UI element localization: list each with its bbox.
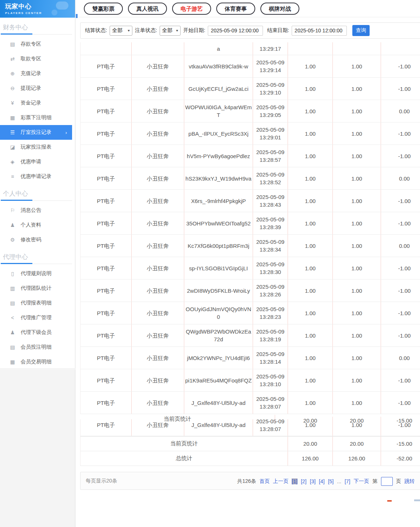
cell-game: 小丑狂奔 (132, 78, 184, 100)
cell-profit: -1.00 (381, 279, 420, 302)
end-date-input[interactable] (292, 26, 347, 36)
tab-体育赛事[interactable]: 体育赛事 (216, 3, 255, 15)
app-title: 玩家中心 (5, 2, 75, 11)
order-status-select[interactable]: 全部 ▾ (160, 26, 181, 36)
next-page-link[interactable]: 下一页 (354, 478, 369, 485)
cell-time: 2025-05-0913:28:07 (253, 392, 288, 414)
cell-bet: 1.00 (288, 257, 333, 279)
cell-hall: PT电子 (80, 369, 132, 391)
sidebar-item-announcement-bell[interactable]: ⚐消息公告 (0, 203, 75, 218)
glitch-overlay-profit: -15.00 (381, 417, 420, 424)
cell-valid: 1.00 (333, 257, 381, 279)
sidebar: 玩家中心 PLAYERS CENTER 财务中心▤存款专区⇄取款专区⊕充值记录⊖… (0, 0, 75, 369)
settle-status-select[interactable]: 全部 ▾ (110, 26, 132, 36)
time-clock: 13:29:05 (260, 111, 281, 119)
sidebar-item-promo-apply-record[interactable]: ≡优惠申请记录 (0, 169, 75, 184)
cell-game: 小丑狂奔 (132, 369, 184, 391)
sidebar-section-header: 代理中心 (3, 252, 72, 264)
time-date: 2025-05-09 (256, 148, 285, 156)
sidebar-item-promo-apply[interactable]: ◈优惠申请 (0, 154, 75, 169)
promo-apply-icon: ◈ (9, 159, 16, 165)
sidebar-item-password-gear[interactable]: ⚙修改密码 (0, 232, 75, 247)
sidebar-item-agent-report-detail[interactable]: ▤代理报表明细 (0, 296, 75, 310)
tab-棋牌对战[interactable]: 棋牌对战 (260, 3, 299, 15)
cell-game: 小丑狂奔 (132, 392, 184, 414)
cell-profit: 0.00 (381, 100, 420, 122)
sidebar-item-agent-rules-doc[interactable]: ▯代理规则说明 (0, 266, 75, 281)
sidebar-item-agent-sub-members[interactable]: ♟代理下级会员 (0, 325, 75, 340)
cell-profit: -1.00 (381, 302, 420, 324)
main-content: 雙赢彩票真人视讯电子游艺体育赛事棋牌对战 结算状态: 全部 ▾ 注单状态: 全部… (79, 0, 420, 39)
sidebar-item-member-transaction-detail[interactable]: ▦会员交易明细 (0, 355, 75, 369)
member-transaction-detail-icon: ▦ (9, 359, 16, 365)
sidebar-item-deposit-card[interactable]: ▤存款专区 (0, 37, 75, 51)
tab-电子游艺[interactable]: 电子游艺 (172, 3, 211, 15)
sidebar-item-recharge-bag[interactable]: ⊕充值记录 (0, 66, 75, 81)
cell-hall: PT电子 (80, 78, 132, 100)
tab-真人视讯[interactable]: 真人视讯 (128, 3, 167, 15)
sidebar-item-hall-bet-record[interactable]: ☰厅室投注记录› (0, 125, 72, 140)
cell-order: J_Gxlfe48Y-Ul5lUy-ad (184, 392, 253, 414)
sidebar-item-agent-team-stats[interactable]: ▥代理团队统计 (0, 281, 75, 296)
sidebar-item-player-bet-report[interactable]: ◪玩家投注报表 (0, 140, 75, 154)
jump-page-input[interactable] (381, 477, 393, 486)
time-clock: 13:28:07 (260, 403, 281, 410)
tab-雙赢彩票[interactable]: 雙赢彩票 (84, 3, 123, 15)
cell-order: hV5m-PYwBy6agoePdlez (184, 145, 253, 167)
sidebar-item-label: 代理推广管理 (21, 314, 51, 321)
page-link-1[interactable]: [1] (292, 478, 298, 484)
table-row: PT电子小丑狂奔vtkauAVw3fRB9Cla9k-w2025-05-0913… (80, 55, 420, 78)
cell-order: QWgdWBP2WbOWDkzEa72d (184, 324, 253, 346)
time-date: 2025-05-09 (256, 395, 285, 403)
search-button[interactable]: 查询 (352, 25, 370, 36)
sidebar-item-label: 个人资料 (21, 222, 41, 228)
order-status-label: 注单状态: (135, 27, 157, 34)
cell-valid: 1.00 (333, 347, 381, 369)
sidebar-item-funds-record[interactable]: ¥资金记录 (0, 96, 75, 110)
cell-valid: 1.00 (333, 78, 381, 100)
glitch-overlay-bet: 20.00 (288, 417, 333, 424)
time-date: 2025-05-09 (256, 103, 285, 111)
page-link-2[interactable]: [2] (301, 478, 307, 484)
page-link-4[interactable]: [4] (319, 478, 325, 484)
sidebar-item-agent-promotion-share[interactable]: <代理推广管理 (0, 310, 75, 325)
sidebar-section-header: 个人中心 (3, 189, 72, 201)
table-row: PT电子小丑狂奔hV5m-PYwBy6agoePdlez2025-05-0913… (80, 145, 420, 167)
time-date: 2025-05-09 (256, 305, 285, 313)
cell-bet: 1.00 (288, 302, 333, 324)
cell-bet: 1.00 (288, 369, 333, 391)
sidebar-item-member-bet-detail[interactable]: ▤会员投注明细 (0, 340, 75, 355)
blue-dash-artifact (414, 499, 420, 501)
sidebar-item-withdrawal-record[interactable]: ⊖提现记录 (0, 81, 75, 96)
sidebar-item-label: 优惠申请 (21, 159, 41, 165)
time-date: 2025-05-09 (256, 350, 285, 358)
page-link-5[interactable]: [5] (328, 478, 334, 484)
time-clock: 13:28:57 (260, 156, 281, 164)
sidebar-item-withdraw-hand[interactable]: ⇄取款专区 (0, 51, 75, 66)
cell-valid: 1.00 (333, 279, 381, 302)
time-clock: 13:28:39 (260, 223, 281, 231)
sidebar-item-lottery-bet-detail[interactable]: ▦彩票下注明细 (0, 110, 75, 125)
profile-user-icon: ♟ (9, 222, 16, 228)
table-row: PT电子小丑狂奔35OHPYbwlWEOIToafg522025-05-0913… (80, 212, 420, 235)
sidebar-item-profile-user[interactable]: ♟个人资料 (0, 218, 75, 232)
page-link-3[interactable]: [3] (310, 478, 316, 484)
prev-page-link[interactable]: 上一页 (273, 478, 288, 485)
sidebar-item-label: 代理下级会员 (21, 329, 51, 336)
jump-suffix-label: 页 (396, 478, 401, 485)
sidebar-section-title: 财务中心 (3, 22, 72, 32)
orange-dash-artifact (387, 500, 392, 502)
cell-bet: 1.00 (288, 347, 333, 369)
cell-bet: 1.00 (288, 122, 333, 145)
time-clock: 13:29:14 (260, 66, 281, 74)
first-page-link[interactable]: 首页 (259, 478, 270, 485)
sidebar-section-underline (3, 264, 72, 264)
cell-hall: PT电子 (80, 347, 132, 369)
cell-game: 小丑狂奔 (132, 167, 184, 189)
start-date-label: 开始日期: (183, 27, 205, 34)
start-date-input[interactable] (208, 26, 263, 36)
page-link-7[interactable]: [7] (345, 478, 350, 484)
sidebar-scrollbar-thumb[interactable] (76, 14, 78, 18)
table-row: PT电子小丑狂奔jMOk2YWNPc_lYU4dEjI62025-05-0913… (80, 347, 420, 369)
jump-button[interactable]: 跳转 (405, 478, 415, 485)
